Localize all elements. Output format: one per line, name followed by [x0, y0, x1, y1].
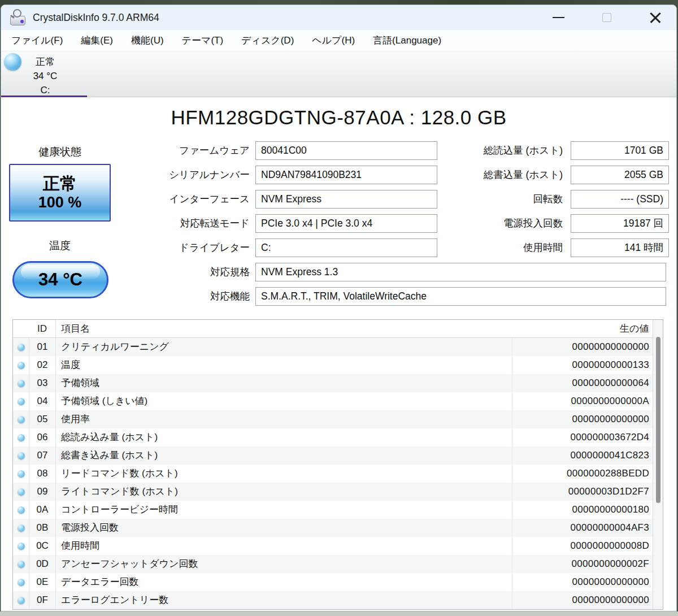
status-good-icon — [18, 524, 25, 532]
smart-table-row[interactable]: 06 総読み込み量 (ホスト) 000000003672D4 — [13, 428, 663, 446]
status-good-icon — [18, 597, 25, 604]
drive-tabstrip: 正常 34 °C C: — [1, 51, 676, 97]
smart-attribute-table: ID 項目名 生の値 01 クリティカルワーニング 00000000000000 — [12, 319, 663, 610]
info-field-label: ドライブレター — [1, 238, 255, 257]
minimize-icon — [553, 17, 564, 19]
drive-tab-c[interactable]: 正常 34 °C C: — [1, 51, 87, 97]
info-field-label: 対応転送モード — [1, 214, 255, 233]
smart-table-row[interactable]: 0B 電源投入回数 00000000004AF3 — [13, 519, 663, 537]
smart-table-row[interactable]: 02 温度 00000000000133 — [13, 356, 663, 374]
magnifier-icon — [13, 9, 21, 18]
status-good-icon — [18, 434, 25, 441]
attribute-raw-value: 00000000004AF3 — [512, 519, 653, 537]
smart-table-row[interactable]: 05 使用率 00000000000000 — [13, 410, 663, 428]
menu-item[interactable]: 機能(U) — [122, 30, 173, 51]
selected-tab-indicator — [1, 96, 87, 97]
window-title: CrystalDiskInfo 9.7.0 ARM64 — [33, 12, 159, 24]
minimize-button[interactable] — [550, 9, 567, 26]
menu-item[interactable]: ディスク(D) — [232, 30, 303, 51]
row-status-cell — [13, 392, 29, 410]
smart-table-row[interactable]: 09 ライトコマンド数 (ホスト) 00000003D1D2F7 — [13, 483, 663, 501]
attribute-name: ライトコマンド数 (ホスト) — [55, 483, 512, 501]
status-good-icon — [18, 488, 25, 496]
photo-bottom-edge — [0, 611, 678, 616]
attribute-id: 0F — [29, 591, 55, 609]
status-good-icon — [18, 506, 25, 514]
smart-table-row[interactable]: 04 予備領域 (しきい値) 0000000000000A — [13, 392, 663, 410]
status-good-icon — [18, 362, 25, 369]
smart-table-header: ID 項目名 生の値 — [13, 320, 663, 338]
header-indicator-cell — [13, 320, 29, 337]
drive-tab-temperature: 34 °C — [11, 69, 79, 83]
attribute-name: 温度 — [55, 356, 512, 374]
stat-field-label: 総読込量 (ホスト) — [463, 141, 567, 160]
drive-tab-status: 正常 — [11, 55, 79, 69]
row-status-cell — [13, 591, 29, 609]
status-good-icon — [18, 416, 25, 423]
smart-table-row[interactable]: 08 リードコマンド数 (ホスト) 0000000288BEDD — [13, 465, 663, 483]
status-good-icon — [18, 380, 25, 387]
menu-item[interactable]: 言語(Language) — [364, 30, 450, 51]
menubar: ファイル(F) 編集(E) 機能(U) テーマ(T) ディスク(D) ヘルプ(H… — [1, 30, 676, 51]
drive-info-fields-wide: 対応規格 NVM Express 1.3 対応機能 S.M.A.R.T., TR… — [1, 263, 666, 306]
attribute-name: コントローラービジー時間 — [55, 501, 512, 519]
info-field-value: ND9AN79841090B231 — [255, 166, 437, 184]
smart-table-row[interactable]: 0C 使用時間 0000000000008D — [13, 537, 663, 555]
attribute-raw-value: 00000000000133 — [512, 356, 653, 374]
attribute-raw-value: 00000003D1D2F7 — [512, 483, 653, 501]
attribute-id: 0A — [29, 501, 55, 519]
attribute-raw-value: 00000000000000 — [512, 591, 653, 609]
stat-field-row: 電源投入回数 19187 回 — [463, 214, 669, 233]
app-icon — [9, 9, 27, 26]
attribute-id: 08 — [29, 465, 55, 483]
attribute-name: 総書き込み量 (ホスト) — [55, 446, 512, 465]
row-status-cell — [13, 501, 29, 519]
smart-table-row[interactable]: 03 予備領域 00000000000064 — [13, 374, 663, 392]
row-status-cell — [13, 483, 29, 501]
menu-item[interactable]: 編集(E) — [72, 30, 122, 51]
menu-item[interactable]: ファイル(F) — [2, 30, 72, 51]
attribute-raw-value: 00000000000064 — [512, 374, 653, 392]
attribute-raw-value: 00000000000000 — [512, 573, 653, 591]
drive-stats-fields: 総読込量 (ホスト) 1701 GB 総書込量 (ホスト) 2055 GB 回転… — [463, 141, 669, 263]
crystaldiskinfo-window: CrystalDiskInfo 9.7.0 ARM64 ファイル(F) 編集(E… — [1, 5, 677, 611]
stat-field-row: 総読込量 (ホスト) 1701 GB — [463, 141, 669, 160]
maximize-button[interactable] — [598, 9, 615, 26]
status-good-icon — [18, 344, 25, 351]
attribute-id: 0C — [29, 537, 55, 555]
attribute-id: 09 — [29, 483, 55, 501]
attribute-id: 0E — [29, 573, 55, 591]
smart-table-row[interactable]: 0A コントローラービジー時間 00000000000180 — [13, 501, 663, 519]
info-field-value: NVM Express — [255, 190, 437, 209]
smart-table-row[interactable]: 0E データエラー回数 00000000000000 — [13, 573, 663, 591]
menu-item[interactable]: テーマ(T) — [173, 30, 233, 51]
maximize-icon — [602, 13, 611, 22]
attribute-name: 予備領域 — [55, 374, 512, 392]
stat-field-value: 2055 GB — [571, 166, 669, 184]
smart-table-row[interactable]: 0F エラーログエントリー数 00000000000000 — [13, 591, 663, 609]
attribute-id: 03 — [29, 374, 55, 392]
status-good-icon — [18, 543, 25, 550]
row-status-cell — [13, 537, 29, 555]
close-button[interactable] — [647, 9, 664, 26]
attribute-raw-value: 0000000000008D — [512, 537, 653, 555]
menu-item[interactable]: ヘルプ(H) — [303, 30, 364, 51]
info-field-value: 80041C00 — [255, 141, 437, 160]
table-scrollbar[interactable] — [653, 320, 663, 609]
smart-table-row[interactable]: 07 総書き込み量 (ホスト) 0000000041C823 — [13, 446, 663, 465]
row-status-cell — [13, 338, 29, 356]
info-field-label: 対応規格 — [1, 263, 255, 281]
stat-field-row: 総書込量 (ホスト) 2055 GB — [463, 166, 669, 184]
smart-table-row[interactable]: 01 クリティカルワーニング 00000000000000 — [13, 338, 663, 356]
attribute-name: 電源投入回数 — [55, 519, 512, 537]
smart-table-row[interactable]: 0D アンセーフシャットダウン回数 0000000000002F — [13, 555, 663, 573]
attribute-name: 予備領域 (しきい値) — [55, 392, 512, 410]
info-field-label: インターフェース — [1, 190, 255, 209]
attribute-id: 07 — [29, 446, 55, 465]
info-field-value: S.M.A.R.T., TRIM, VolatileWriteCache — [255, 287, 666, 306]
stat-field-value: 141 時間 — [571, 238, 669, 257]
attribute-name: クリティカルワーニング — [55, 338, 512, 356]
stat-field-label: 総書込量 (ホスト) — [463, 166, 567, 184]
header-id: ID — [29, 320, 55, 337]
scrollbar-thumb[interactable] — [656, 337, 660, 503]
